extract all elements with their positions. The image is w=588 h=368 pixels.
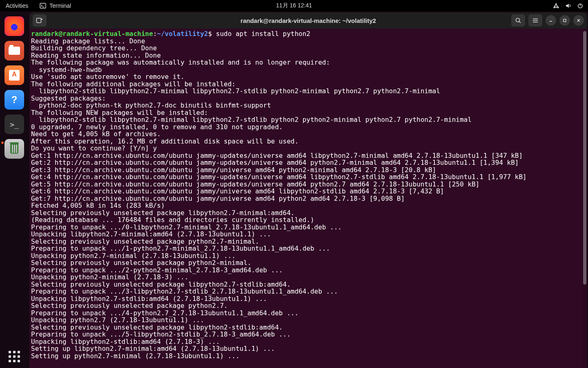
power-icon — [577, 3, 583, 9]
ubuntu-software-icon[interactable] — [4, 65, 24, 85]
entered-command: sudo apt install python2 — [216, 30, 310, 38]
firefox-icon[interactable] — [4, 16, 24, 36]
app-indicator-label: Terminal — [49, 2, 71, 9]
terminal-body[interactable]: randark@randark-virtual-machine:~/volati… — [29, 29, 587, 368]
files-icon[interactable] — [4, 41, 24, 61]
scroll-thumb[interactable] — [583, 31, 586, 285]
svg-rect-7 — [564, 19, 566, 22]
svg-rect-5 — [37, 18, 41, 23]
new-tab-button[interactable] — [33, 14, 47, 27]
window-controls — [511, 14, 584, 27]
app-indicator[interactable]: Terminal — [40, 2, 71, 9]
prompt-path: ~/volatility2 — [157, 30, 208, 38]
terminal-indicator-icon — [40, 3, 46, 9]
gnome-topbar: Activities Terminal 11月 16 12:41 — [0, 0, 588, 11]
active-app-dot — [1, 141, 4, 144]
clock[interactable]: 11月 16 12:41 — [276, 2, 312, 9]
prompt-sep: : — [153, 30, 157, 38]
ubuntu-dock: ? >_ — [0, 11, 29, 368]
prompt-sigil: $ — [208, 30, 212, 38]
topbar-left-group: Activities Terminal — [6, 2, 71, 9]
terminal-header: randark@randark-virtual-machine: ~/volat… — [29, 12, 587, 29]
help-icon[interactable]: ? — [4, 90, 24, 110]
hamburger-menu-button[interactable] — [528, 14, 542, 27]
svg-rect-0 — [40, 3, 46, 8]
volume-icon — [565, 3, 572, 9]
terminal-window: randark@randark-virtual-machine: ~/volat… — [29, 12, 587, 368]
svg-point-6 — [516, 18, 520, 22]
terminal-scrollbar[interactable] — [582, 29, 587, 368]
terminal-output[interactable]: randark@randark-virtual-machine:~/volati… — [31, 30, 587, 359]
show-applications-button[interactable] — [0, 351, 29, 362]
search-button[interactable] — [511, 14, 525, 27]
terminal-dock-icon[interactable]: >_ — [4, 114, 24, 134]
trash-icon[interactable] — [4, 139, 24, 159]
status-area[interactable] — [553, 0, 583, 11]
close-button[interactable] — [573, 15, 584, 26]
maximize-button[interactable] — [559, 15, 570, 26]
prompt-user-host: randark@randark-virtual-machine — [31, 30, 153, 38]
network-icon — [553, 3, 559, 9]
activities-button[interactable]: Activities — [6, 2, 28, 9]
window-title: randark@randark-virtual-machine: ~/volat… — [29, 17, 587, 24]
minimize-button[interactable] — [546, 15, 556, 26]
